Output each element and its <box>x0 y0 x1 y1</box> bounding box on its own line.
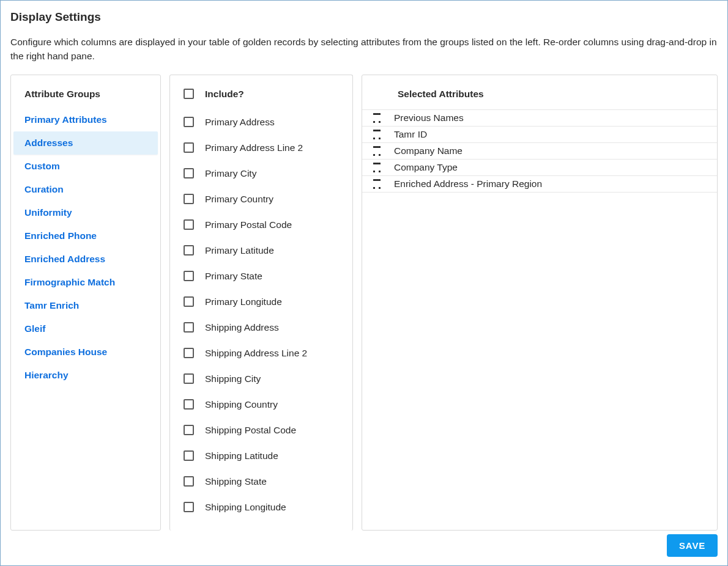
selected-label: Tamr ID <box>394 129 427 140</box>
drag-handle-icon[interactable] <box>373 179 381 189</box>
attribute-item: Shipping Address Line 2 <box>170 340 352 366</box>
attribute-item: Shipping Latitude <box>170 443 352 469</box>
attribute-label: Primary Address <box>205 117 275 128</box>
selected-label: Company Name <box>394 145 462 156</box>
attribute-item: Shipping Postal Code <box>170 417 352 443</box>
page-title: Display Settings <box>10 10 718 24</box>
attribute-checkbox[interactable] <box>184 450 194 461</box>
selected-row[interactable]: Company Type <box>362 160 717 176</box>
attribute-checkbox[interactable] <box>184 373 194 384</box>
attribute-checkbox[interactable] <box>184 168 194 178</box>
attribute-item: Primary City <box>170 161 352 186</box>
attribute-label: Primary Country <box>205 194 273 205</box>
drag-handle-icon[interactable] <box>373 163 381 172</box>
attribute-item: Primary Country <box>170 186 352 212</box>
display-settings-page: Display Settings Configure which columns… <box>0 0 728 566</box>
attribute-label: Primary City <box>205 168 256 179</box>
group-list: Primary AttributesAddressesCustomCuratio… <box>11 108 160 387</box>
group-item[interactable]: Addresses <box>13 131 158 155</box>
group-item[interactable]: Curation <box>11 178 160 201</box>
page-description: Configure which columns are displayed in… <box>10 35 718 64</box>
attribute-checkbox[interactable] <box>184 502 194 512</box>
group-item[interactable]: Custom <box>11 155 160 178</box>
attribute-label: Shipping Postal Code <box>205 425 296 436</box>
attribute-checkbox[interactable] <box>184 117 194 127</box>
attribute-label: Primary Address Line 2 <box>205 142 303 153</box>
selected-row[interactable]: Company Name <box>362 143 717 160</box>
attribute-checkbox[interactable] <box>184 399 194 410</box>
attribute-checkbox[interactable] <box>184 245 194 255</box>
selected-label: Company Type <box>394 162 458 173</box>
attribute-item: Shipping Longitude <box>170 494 352 520</box>
drag-handle-icon[interactable] <box>373 113 381 123</box>
attribute-checkbox[interactable] <box>184 194 194 204</box>
selected-row[interactable]: Previous Names <box>362 110 717 127</box>
attribute-label: Shipping Latitude <box>205 450 278 461</box>
attribute-label: Shipping City <box>205 373 261 384</box>
attribute-checkbox[interactable] <box>184 322 194 333</box>
attribute-list: Primary AddressPrimary Address Line 2Pri… <box>170 106 352 524</box>
groups-header: Attribute Groups <box>11 89 160 108</box>
attribute-item: Shipping Country <box>170 392 352 417</box>
attribute-checkbox[interactable] <box>184 271 194 281</box>
selected-label: Previous Names <box>394 112 464 123</box>
panes-container: Attribute Groups Primary AttributesAddre… <box>10 75 718 531</box>
attribute-item: Shipping State <box>170 469 352 494</box>
attribute-label: Shipping Address <box>205 322 279 333</box>
group-item[interactable]: Gleif <box>11 317 160 340</box>
attribute-label: Shipping Address Line 2 <box>205 348 307 359</box>
attribute-checkbox[interactable] <box>184 348 194 358</box>
selected-row[interactable]: Enriched Address - Primary Region <box>362 176 717 193</box>
attribute-checkbox[interactable] <box>184 219 194 230</box>
attribute-checkbox[interactable] <box>184 142 194 153</box>
selected-panel: Selected Attributes Previous NamesTamr I… <box>362 75 718 531</box>
selected-label: Enriched Address - Primary Region <box>394 178 542 189</box>
save-button[interactable]: SAVE <box>667 534 718 557</box>
attribute-label: Shipping Country <box>205 399 278 410</box>
include-header-row: Include? <box>170 89 352 106</box>
attribute-item: Primary Latitude <box>170 238 352 263</box>
group-item[interactable]: Enriched Address <box>11 248 160 271</box>
include-header-label: Include? <box>205 89 244 100</box>
group-item[interactable]: Primary Attributes <box>11 108 160 131</box>
drag-handle-icon[interactable] <box>373 146 381 156</box>
include-panel: Include? Primary AddressPrimary Address … <box>169 75 353 531</box>
attribute-label: Shipping State <box>205 476 267 487</box>
group-item[interactable]: Tamr Enrich <box>11 294 160 317</box>
attribute-groups-panel: Attribute Groups Primary AttributesAddre… <box>10 75 161 531</box>
attribute-checkbox[interactable] <box>184 425 194 435</box>
selected-header: Selected Attributes <box>362 75 717 110</box>
attribute-label: Primary Postal Code <box>205 219 292 230</box>
group-item[interactable]: Hierarchy <box>11 364 160 387</box>
group-item[interactable]: Uniformity <box>11 201 160 224</box>
attribute-item: Primary Longitude <box>170 289 352 315</box>
attribute-label: Shipping Longitude <box>205 502 286 513</box>
group-item[interactable]: Firmographic Match <box>11 271 160 294</box>
selected-list: Previous NamesTamr IDCompany NameCompany… <box>362 110 717 193</box>
group-item[interactable]: Enriched Phone <box>11 224 160 248</box>
attribute-item: Shipping Address <box>170 315 352 340</box>
attribute-label: Primary Longitude <box>205 296 282 307</box>
attribute-item: Primary State <box>170 263 352 289</box>
attribute-checkbox[interactable] <box>184 296 194 307</box>
attribute-checkbox[interactable] <box>184 476 194 487</box>
selected-row[interactable]: Tamr ID <box>362 127 717 143</box>
attribute-item: Primary Postal Code <box>170 212 352 238</box>
group-item[interactable]: Companies House <box>11 340 160 364</box>
attribute-label: Primary State <box>205 271 262 282</box>
attribute-item: Shipping City <box>170 366 352 392</box>
attribute-label: Primary Latitude <box>205 245 274 256</box>
include-all-checkbox[interactable] <box>184 89 194 99</box>
attribute-item: Primary Address Line 2 <box>170 135 352 161</box>
attribute-item: Primary Address <box>170 109 352 135</box>
drag-handle-icon[interactable] <box>373 130 381 139</box>
